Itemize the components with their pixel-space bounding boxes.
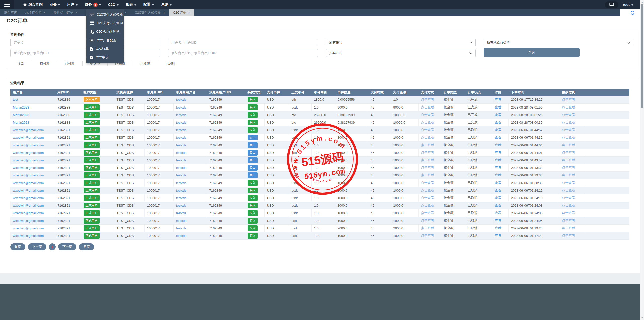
nav-item-财务[interactable]: 财务1 xyxy=(81,0,105,9)
username-link[interactable]: Martin2023 xyxy=(13,105,29,109)
scroll-down-icon[interactable]: ▼ xyxy=(640,316,644,320)
username-link[interactable]: wxedwin@gmail.com xyxy=(13,128,44,132)
username-link[interactable]: wxedwin@gmail.com xyxy=(13,181,44,185)
close-icon[interactable]: × xyxy=(163,11,165,14)
nav-item-报表[interactable]: 报表 xyxy=(122,0,140,9)
detail-link[interactable]: 查看 xyxy=(495,203,501,207)
nav-item-用户[interactable]: 用户 xyxy=(64,0,81,9)
acceptor-username-link[interactable]: testcds xyxy=(176,158,186,162)
pay-method-link[interactable]: 点击查看 xyxy=(421,181,434,185)
close-icon[interactable]: × xyxy=(125,11,127,14)
messages-button[interactable] xyxy=(605,1,618,8)
refresh-button[interactable] xyxy=(629,10,636,15)
pay-method-link[interactable]: 点击查看 xyxy=(421,188,434,192)
detail-link[interactable]: 查看 xyxy=(495,113,501,117)
detail-link[interactable]: 查看 xyxy=(495,143,501,147)
pay-method-link[interactable]: 点击查看 xyxy=(421,196,434,200)
pay-method-link[interactable]: 点击查看 xyxy=(421,120,434,124)
nav-item-配置[interactable]: 配置 xyxy=(140,0,157,9)
more-info-link[interactable]: 点击查看 xyxy=(562,211,575,215)
more-info-link[interactable]: 点击查看 xyxy=(562,120,575,124)
hamburger-menu-icon[interactable] xyxy=(0,0,14,9)
acceptor-type-select[interactable]: 所有承兑商类型 xyxy=(484,39,633,46)
username-link[interactable]: Martin2023 xyxy=(13,121,29,124)
acceptor-username-link[interactable]: testcds xyxy=(176,181,186,185)
detail-link[interactable]: 查看 xyxy=(495,181,501,185)
detail-link[interactable]: 查看 xyxy=(495,196,501,200)
acceptor-search-input[interactable] xyxy=(10,49,160,57)
more-info-link[interactable]: 点击查看 xyxy=(562,151,575,154)
pay-method-link[interactable]: 点击查看 xyxy=(421,226,434,230)
more-info-link[interactable]: 点击查看 xyxy=(562,166,575,169)
pay-method-link[interactable]: 点击查看 xyxy=(421,113,434,117)
acceptor-user-search-input[interactable] xyxy=(168,49,318,57)
menu-item-C2C广告配置[interactable]: C2C广告配置 xyxy=(86,36,124,45)
scroll-up-icon[interactable]: ▲ xyxy=(640,0,644,4)
more-info-link[interactable]: 点击查看 xyxy=(562,219,575,222)
status-tab-全部[interactable]: 全部 xyxy=(10,61,32,66)
tab-永续持仓单[interactable]: 永续持仓单× xyxy=(21,9,50,16)
acceptor-username-link[interactable]: testcds xyxy=(176,234,186,238)
menu-item-C2C订单[interactable]: C2C订单 xyxy=(86,45,124,53)
pay-method-link[interactable]: 点击查看 xyxy=(421,219,434,222)
username-link[interactable]: Martin2023 xyxy=(13,113,29,117)
pay-method-link[interactable]: 点击查看 xyxy=(421,158,434,162)
detail-link[interactable]: 查看 xyxy=(495,188,501,192)
current-page-button[interactable]: 1 xyxy=(49,243,56,250)
acceptor-username-link[interactable]: testcds xyxy=(176,226,186,230)
detail-link[interactable]: 查看 xyxy=(495,234,501,237)
detail-link[interactable]: 查看 xyxy=(495,135,501,139)
account-filter-select[interactable]: 所有账号 xyxy=(326,39,476,46)
more-info-link[interactable]: 点击查看 xyxy=(562,98,575,101)
acceptor-username-link[interactable]: testcds xyxy=(176,219,186,223)
acceptor-username-link[interactable]: testcds xyxy=(176,128,186,132)
more-info-link[interactable]: 点击查看 xyxy=(562,128,575,132)
close-icon[interactable]: × xyxy=(75,11,77,14)
more-info-link[interactable]: 点击查看 xyxy=(562,226,575,230)
username-link[interactable]: wxedwin@gmail.com xyxy=(13,173,44,177)
detail-link[interactable]: 查看 xyxy=(495,166,501,169)
acceptor-username-link[interactable]: testcds xyxy=(176,98,186,101)
username-link[interactable]: wxedwin@gmail.com xyxy=(13,151,44,155)
acceptor-username-link[interactable]: testcds xyxy=(176,189,186,192)
acceptor-username-link[interactable]: testcds xyxy=(176,151,186,155)
tab-C2C支付方式模板[interactable]: C2C支付方式模板× xyxy=(131,9,169,16)
acceptor-username-link[interactable]: testcds xyxy=(176,173,186,177)
username-link[interactable]: wxedwin@gmail.com xyxy=(13,234,44,238)
username-link[interactable]: wxedwin@gmail.com xyxy=(13,219,44,223)
username-link[interactable]: wxedwin@gmail.com xyxy=(13,226,44,230)
username-link[interactable]: wxedwin@gmail.com xyxy=(13,136,44,139)
pay-method-link[interactable]: 点击查看 xyxy=(421,143,434,147)
more-info-link[interactable]: 点击查看 xyxy=(562,234,575,237)
trade-side-select[interactable]: 买卖方式 xyxy=(326,49,476,57)
acceptor-username-link[interactable]: testcds xyxy=(176,166,186,170)
search-button[interactable]: 查询 xyxy=(484,48,580,57)
acceptor-username-link[interactable]: testcds xyxy=(176,204,186,207)
pay-method-link[interactable]: 点击查看 xyxy=(421,173,434,177)
tab-综合查询[interactable]: 综合查询 xyxy=(0,9,21,16)
pay-method-link[interactable]: 点击查看 xyxy=(421,211,434,215)
username-link[interactable]: wxedwin@gmail.com xyxy=(13,204,44,207)
username-link[interactable]: wxedwin@gmail.com xyxy=(13,166,44,170)
menu-item-C2C申诉[interactable]: C2C申诉 xyxy=(86,53,124,62)
status-tab-已超时[interactable]: 已超时 xyxy=(158,61,183,66)
more-info-link[interactable]: 点击查看 xyxy=(562,196,575,200)
scrollbar-thumb[interactable] xyxy=(641,4,643,108)
detail-link[interactable]: 查看 xyxy=(495,128,501,132)
status-tab-待付款[interactable]: 待付款 xyxy=(32,61,57,66)
more-info-link[interactable]: 点击查看 xyxy=(562,203,575,207)
more-info-link[interactable]: 点击查看 xyxy=(562,105,575,109)
acceptor-username-link[interactable]: testcds xyxy=(176,211,186,215)
menu-item-C2C支付方式模板[interactable]: C2C支付方式模板 xyxy=(86,10,124,19)
pay-method-link[interactable]: 点击查看 xyxy=(421,203,434,207)
pay-method-link[interactable]: 点击查看 xyxy=(421,166,434,169)
acceptor-username-link[interactable]: testcds xyxy=(176,113,186,117)
username-link[interactable]: wxedwin@gmail.com xyxy=(13,211,44,215)
status-tab-已付款[interactable]: 已付款 xyxy=(57,61,83,66)
pay-method-link[interactable]: 点击查看 xyxy=(421,135,434,139)
username-link[interactable]: wxedwin@gmail.com xyxy=(13,196,44,200)
first-page-button[interactable]: 首页 xyxy=(10,243,25,250)
pay-method-link[interactable]: 点击查看 xyxy=(421,234,434,237)
detail-link[interactable]: 查看 xyxy=(495,173,501,177)
detail-link[interactable]: 查看 xyxy=(495,151,501,154)
